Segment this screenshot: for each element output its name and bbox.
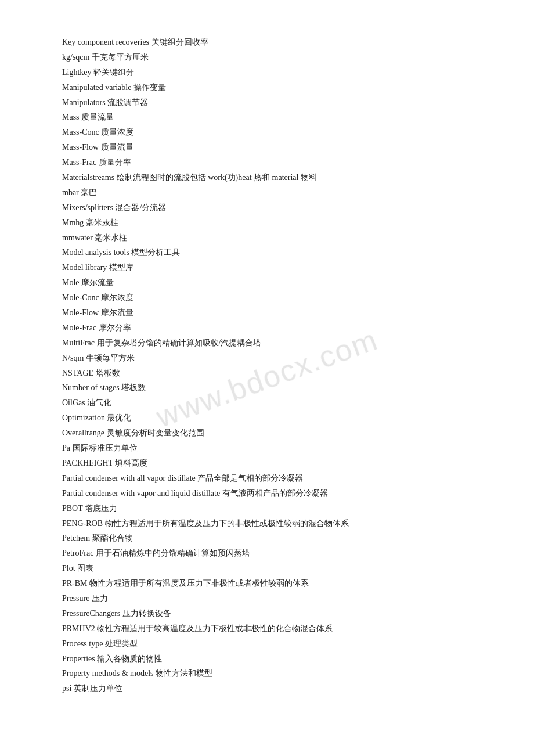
list-item: N/sqm 牛顿每平方米: [62, 351, 472, 366]
list-item: Mixers/splitters 混合器/分流器: [62, 200, 472, 215]
list-item: NSTAGE 塔板数: [62, 366, 472, 381]
term: Lightkey: [62, 68, 92, 77]
list-item: psi 英制压力单位: [62, 681, 472, 696]
list-item: Model library 模型库: [62, 260, 472, 275]
list-item: mbar 毫巴: [62, 185, 472, 200]
term: PetroFrac: [62, 549, 93, 557]
term: Model analysis tools: [62, 248, 129, 257]
translation: 塔底压力: [85, 504, 117, 513]
translation: 用于石油精炼中的分馏精确计算如预闪蒸塔: [96, 549, 250, 557]
term: psi: [62, 684, 71, 693]
term: OilGas: [62, 398, 85, 407]
translation: 灵敏度分析时变量变化范围: [107, 429, 204, 437]
glossary-list: Key component recoveries 关键组分回收率kg/sqcm …: [62, 35, 472, 696]
translation: 摩尔分率: [99, 323, 131, 332]
term: Mmhg: [62, 218, 84, 227]
translation: 英制压力单位: [74, 684, 122, 693]
translation: 轻关键组分: [93, 68, 134, 77]
translation: 塔板数: [96, 369, 120, 377]
translation: 操作变量: [134, 83, 166, 92]
list-item: Manipulators 流股调节器: [62, 95, 472, 110]
list-item: PRMHV2 物性方程适用于较高温度及压力下极性或非极性的化合物混合体系: [62, 621, 472, 636]
term: Mass-Conc: [62, 128, 99, 136]
term: Manipulated variable: [62, 83, 131, 92]
list-item: Mass-Flow 质量流量: [62, 140, 472, 155]
translation: 模型分析工具: [131, 248, 180, 257]
term: Partial condenser with all vapor distill…: [62, 474, 196, 483]
translation: 千克每平方厘米: [92, 53, 149, 62]
list-item: PBOT 塔底压力: [62, 501, 472, 516]
translation: 模型库: [109, 263, 134, 272]
list-item: Mass-Conc 质量浓度: [62, 125, 472, 140]
list-item: Mole 摩尔流量: [62, 275, 472, 290]
term: Pressure: [62, 594, 89, 603]
list-item: Number of stages 塔板数: [62, 380, 472, 395]
term: PressureChangers: [62, 609, 120, 618]
term: Mass: [62, 113, 80, 121]
list-item: Mmhg 毫米汞柱: [62, 215, 472, 231]
translation: 物性方法和模型: [156, 669, 212, 678]
list-item: PetroFrac 用于石油精炼中的分馏精确计算如预闪蒸塔: [62, 546, 472, 561]
term: Mass-Flow: [62, 143, 99, 152]
term: Manipulators: [62, 98, 106, 107]
translation: 产品全部是气相的部分冷凝器: [197, 474, 303, 483]
list-item: Mole-Frac 摩尔分率: [62, 321, 472, 336]
term: Materialstreams: [62, 173, 114, 182]
translation: 关键组分回收率: [151, 38, 208, 46]
list-item: Mass 质量流量: [62, 110, 472, 125]
translation: 国际标准压力单位: [73, 444, 138, 452]
translation: 摩尔流量: [81, 278, 114, 287]
term: Key component recoveries: [62, 38, 149, 46]
term: Mole: [62, 278, 80, 287]
list-item: Model analysis tools 模型分析工具: [62, 245, 472, 260]
list-item: Partial condenser with all vapor distill…: [62, 471, 472, 486]
term: PRMHV2: [62, 624, 95, 633]
translation: 流股调节器: [107, 98, 148, 107]
term: Mole-Conc: [62, 293, 99, 302]
translation: 有气液两相产品的部分冷凝器: [222, 489, 328, 498]
list-item: PressureChangers 压力转换设备: [62, 606, 472, 621]
list-item: Mole-Conc 摩尔浓度: [62, 290, 472, 305]
term: mbar: [62, 188, 79, 197]
list-item: Property methods & models 物性方法和模型: [62, 666, 472, 681]
term: Process type: [62, 639, 103, 648]
term: PBOT: [62, 504, 83, 513]
term: Overallrange: [62, 429, 104, 437]
translation: 毫米汞柱: [86, 218, 118, 227]
translation: 物性方程适用于较高温度及压力下极性或非极性的化合物混合体系: [97, 624, 333, 633]
term: Property methods & models: [62, 669, 154, 678]
term: Partial condenser with vapor and liquid …: [62, 489, 220, 498]
list-item: PENG-ROB 物性方程适用于所有温度及压力下的非极性或极性较弱的混合物体系: [62, 516, 472, 531]
translation: 质量分率: [99, 158, 131, 167]
translation: 用于复杂塔分馏的精确计算如吸收/汽提耦合塔: [97, 339, 262, 347]
list-item: Mass-Frac 质量分率: [62, 155, 472, 170]
translation: 油气化: [87, 398, 111, 407]
list-item: Properties 输入各物质的物性: [62, 651, 472, 667]
translation: 毫巴: [81, 188, 97, 197]
list-item: Manipulated variable 操作变量: [62, 80, 472, 95]
translation: 压力转换设备: [122, 609, 171, 618]
term: Properties: [62, 654, 95, 663]
translation: 物性方程适用于所有温度及压力下非极性或者极性较弱的体系: [89, 579, 309, 588]
list-item: MultiFrac 用于复杂塔分馏的精确计算如吸收/汽提耦合塔: [62, 336, 472, 351]
term: Model library: [62, 263, 107, 272]
translation: 混合器/分流器: [115, 203, 166, 212]
translation: 处理类型: [105, 639, 138, 648]
translation: 摩尔流量: [101, 308, 134, 317]
term: Pa: [62, 444, 70, 452]
term: Number of stages: [62, 383, 120, 392]
translation: 毫米水柱: [95, 233, 127, 242]
list-item: Pa 国际标准压力单位: [62, 441, 472, 456]
translation: 绘制流程图时的流股包括 work(功)heat 热和 material 物料: [117, 173, 317, 182]
term: Plot: [62, 564, 75, 573]
translation: 压力: [92, 594, 108, 603]
list-item: Lightkey 轻关键组分: [62, 65, 472, 80]
list-item: kg/sqcm 千克每平方厘米: [62, 50, 472, 65]
list-item: OilGas 油气化: [62, 395, 472, 411]
term: Mixers/splitters: [62, 203, 113, 212]
term: kg/sqcm: [62, 53, 89, 62]
translation: 牛顿每平方米: [86, 354, 135, 362]
list-item: Optimization 最优化: [62, 411, 472, 426]
term: Optimization: [62, 413, 105, 422]
list-item: Partial condenser with vapor and liquid …: [62, 486, 472, 501]
